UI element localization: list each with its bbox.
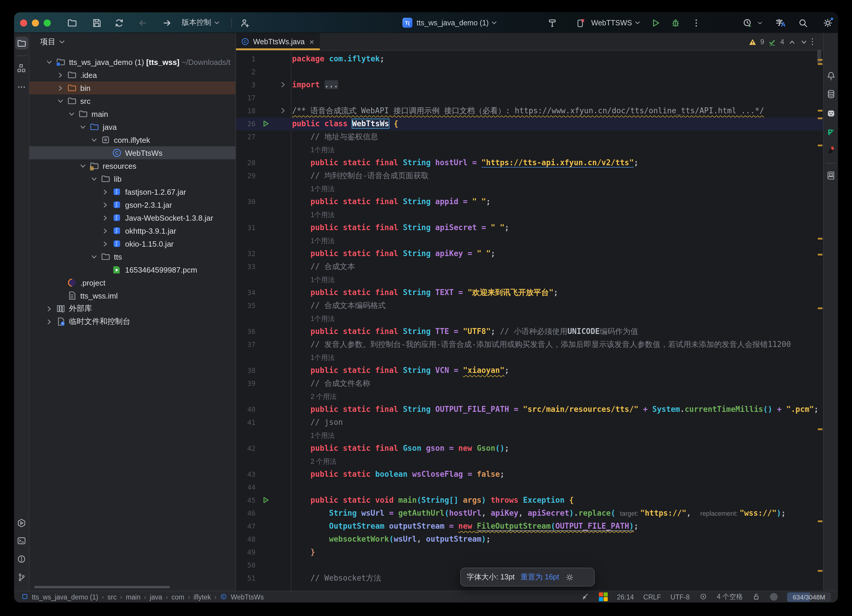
services-icon[interactable]: [15, 516, 28, 529]
code-inlay-row[interactable]: 1个用法: [236, 143, 823, 156]
database-icon[interactable]: [824, 87, 837, 100]
warning-stripe-mark[interactable]: [818, 59, 822, 61]
warning-stripe-mark[interactable]: [818, 238, 822, 240]
code-line[interactable]: 34 public static final String TEXT = "欢迎…: [236, 286, 823, 299]
tree-item[interactable]: gson-2.3.1.jar: [30, 198, 236, 211]
fold-gutter-icon[interactable]: [255, 104, 291, 118]
vcs-widget[interactable]: 版本控制: [182, 12, 221, 33]
breadcrumb-item[interactable]: main: [126, 593, 140, 600]
breadcrumb-item[interactable]: com: [171, 593, 184, 600]
code-line[interactable]: 18/** 语音合成流式 WebAPI 接口调用示例 接口文档（必看）: htt…: [236, 104, 823, 118]
run-gutter-icon[interactable]: [255, 118, 291, 130]
code-line[interactable]: 37 // 发音人参数。到控制台-我的应用-语音合成-添加试用或购买发音人，添加…: [236, 338, 823, 351]
dictionary-icon[interactable]: A: [824, 169, 837, 182]
chevron-open-icon[interactable]: [79, 122, 87, 131]
more-toolwindows-icon[interactable]: [15, 80, 28, 93]
memory-indicator[interactable]: 634/3048M: [787, 592, 831, 602]
add-user-icon[interactable]: [240, 17, 250, 28]
tree-item[interactable]: Java-WebSocket-1.3.8.jar: [30, 211, 236, 224]
code-line[interactable]: 28 public static final String hostUrl = …: [236, 156, 823, 169]
code-line[interactable]: 27 // 地址与鉴权信息: [236, 130, 823, 143]
usage-inlay-hint[interactable]: 1个用法: [311, 211, 335, 218]
build-hammer-icon[interactable]: [547, 17, 557, 28]
code-line[interactable]: 2: [236, 65, 823, 79]
notifications-icon[interactable]: [824, 69, 837, 82]
run-gutter-icon[interactable]: [255, 494, 291, 507]
tree-item[interactable]: main: [30, 107, 236, 120]
minimize-window-button[interactable]: [32, 19, 39, 26]
editor-tab[interactable]: C WebTtsWs.java ×: [236, 33, 320, 50]
run-config-selector[interactable]: WebTTSWS: [591, 12, 641, 33]
chevron-open-icon[interactable]: [90, 174, 98, 183]
code-inlay-row[interactable]: 2 个用法: [236, 455, 823, 468]
code-line[interactable]: 26public class WebTtsWs {: [236, 118, 823, 130]
usage-inlay-hint[interactable]: 1个用法: [311, 237, 335, 244]
tree-item[interactable]: CWebTtsWs: [30, 146, 236, 159]
tree-item[interactable]: .idea: [30, 68, 236, 82]
code-line[interactable]: 49 }: [236, 546, 823, 559]
chevron-closed-icon[interactable]: [101, 239, 110, 248]
code-line[interactable]: 17: [236, 91, 823, 104]
project-switcher[interactable]: T( tts_ws_java_demo (1): [402, 12, 498, 33]
tree-item[interactable]: src: [30, 94, 236, 107]
caret-position[interactable]: 26:14: [617, 593, 634, 600]
tree-item[interactable]: tts_ws_java_demo (1) [tts_wss] ~/Downloa…: [30, 56, 236, 68]
code-inlay-row[interactable]: 1个用法: [236, 312, 823, 325]
translation-bird-icon[interactable]: [824, 143, 837, 156]
tree-item[interactable]: resources: [30, 159, 236, 172]
close-icon[interactable]: ×: [310, 38, 314, 46]
tree-item[interactable]: tts: [30, 250, 236, 263]
chevron-closed-icon[interactable]: [56, 83, 65, 92]
code-line[interactable]: 42 public static final Gson gson = new G…: [236, 442, 823, 455]
code-line[interactable]: 47 OutputStream outputStream = new FileO…: [236, 520, 823, 533]
usage-inlay-hint[interactable]: 1个用法: [311, 185, 335, 192]
file-encoding[interactable]: UTF-8: [671, 593, 690, 600]
usage-inlay-hint[interactable]: 1个用法: [311, 315, 335, 322]
usage-inlay-hint[interactable]: 1个用法: [311, 354, 335, 361]
code-line[interactable]: 48 websocketWork(wsUrl, outputStream);: [236, 533, 823, 546]
code-inlay-row[interactable]: 2 个用法: [236, 390, 823, 403]
highlight-level-icon[interactable]: [699, 592, 707, 602]
back-icon[interactable]: [137, 17, 148, 28]
usage-inlay-hint[interactable]: 2 个用法: [311, 458, 337, 465]
chevron-closed-icon[interactable]: [101, 226, 110, 235]
tree-item[interactable]: okio-1.15.0.jar: [30, 237, 236, 250]
close-window-button[interactable]: [20, 19, 27, 26]
chevron-open-icon[interactable]: [56, 97, 65, 105]
tree-item[interactable]: tts_wss.iml: [30, 289, 236, 302]
project-toolwindow-icon[interactable]: [15, 36, 28, 50]
code-line[interactable]: 36 public static final String TTE = "UTF…: [236, 325, 823, 338]
usage-inlay-hint[interactable]: 1个用法: [311, 276, 335, 283]
inspections-widget[interactable]: 9 4: [748, 38, 808, 46]
warning-stripe-mark[interactable]: [818, 63, 822, 65]
code-line[interactable]: 41 // json: [236, 416, 823, 429]
breadcrumb-item[interactable]: java: [150, 593, 162, 600]
tab-options-icon[interactable]: ⋮: [808, 36, 817, 46]
code-line[interactable]: 43 public static boolean wsCloseFlag = f…: [236, 468, 823, 481]
breadcrumb-item[interactable]: iflytek: [193, 593, 211, 600]
chevron-closed-icon[interactable]: [101, 213, 110, 222]
warning-stripe-mark[interactable]: [818, 254, 822, 255]
usage-inlay-hint[interactable]: 1个用法: [311, 432, 335, 439]
warning-stripe-mark[interactable]: [818, 570, 822, 572]
code-line[interactable]: 35 // 合成文本编码格式: [236, 299, 823, 312]
warning-stripe-mark[interactable]: [818, 118, 822, 119]
warning-stripe-mark[interactable]: [818, 110, 822, 112]
chevron-open-icon[interactable]: [90, 252, 98, 261]
translate-icon[interactable]: 字A: [774, 17, 785, 28]
tree-item[interactable]: .project: [30, 276, 236, 289]
code-inlay-row[interactable]: 1个用法: [236, 182, 823, 195]
microsoft-plugin-icon[interactable]: [598, 592, 607, 601]
code-inlay-row[interactable]: 1个用法: [236, 234, 823, 247]
code-area[interactable]: 1package com.iflytek;23import ...1718/**…: [236, 51, 823, 590]
code-line[interactable]: 33 // 合成文本: [236, 260, 823, 273]
warning-stripe-mark[interactable]: [818, 428, 822, 430]
code-line[interactable]: 39 // 合成文件名称: [236, 377, 823, 390]
code-inlay-row[interactable]: 1个用法: [236, 273, 823, 286]
tree-item[interactable]: fastjson-1.2.67.jar: [30, 185, 236, 198]
more-actions-icon[interactable]: [691, 17, 701, 28]
save-icon[interactable]: [91, 17, 102, 28]
sync-icon[interactable]: [114, 17, 124, 28]
open-icon[interactable]: [66, 17, 77, 28]
problems-icon[interactable]: [15, 552, 28, 565]
